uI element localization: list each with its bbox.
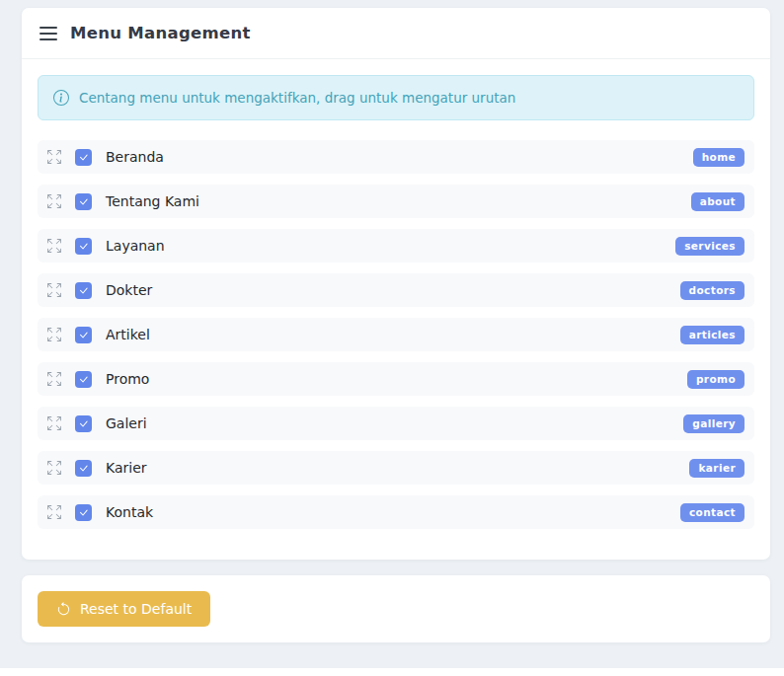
- check-icon: [78, 241, 89, 252]
- reset-button-label: Reset to Default: [80, 601, 192, 617]
- check-icon: [78, 507, 89, 518]
- menu-row-promo: Promo promo: [38, 362, 754, 396]
- check-icon: [78, 330, 89, 340]
- menu-item-label: Galeri: [106, 415, 147, 431]
- drag-handle-icon[interactable]: [47, 461, 61, 475]
- check-icon: [78, 463, 89, 474]
- menu-item-label: Dokter: [106, 282, 152, 298]
- menu-row-beranda: Beranda home: [38, 140, 754, 174]
- menu-item-slug-badge: promo: [687, 370, 745, 389]
- drag-handle-icon[interactable]: [47, 372, 61, 386]
- menu-item-label: Artikel: [106, 327, 150, 342]
- check-icon: [78, 418, 89, 429]
- menu-row-kontak: Kontak contact: [38, 495, 754, 529]
- menu-row-karier: Karier karier: [38, 451, 754, 485]
- info-circle-icon: [53, 90, 69, 106]
- menu-item-label: Karier: [106, 460, 147, 476]
- info-alert-text: Centang menu untuk mengaktifkan, drag un…: [79, 90, 515, 106]
- info-alert: Centang menu untuk mengaktifkan, drag un…: [38, 75, 754, 120]
- drag-handle-icon[interactable]: [47, 505, 61, 519]
- check-icon: [78, 374, 89, 385]
- menu-row-layanan: Layanan services: [38, 229, 754, 263]
- menu-item-label: Tentang Kami: [106, 193, 199, 209]
- drag-handle-icon[interactable]: [47, 239, 61, 253]
- actions-card: Reset to Default: [22, 575, 770, 642]
- menu-item-slug-badge: gallery: [683, 414, 745, 433]
- menu-management-card: Menu Management Centang menu untuk menga…: [22, 8, 770, 560]
- menu-item-checkbox[interactable]: [75, 460, 92, 477]
- menu-item-checkbox[interactable]: [75, 371, 92, 388]
- check-icon: [78, 196, 89, 207]
- page-title: Menu Management: [70, 24, 251, 42]
- menu-row-tentang-kami: Tentang Kami about: [38, 185, 754, 218]
- menu-item-slug-badge: home: [693, 148, 745, 167]
- menu-item-checkbox[interactable]: [75, 282, 92, 299]
- menu-row-dokter: Dokter doctors: [38, 273, 754, 307]
- menu-item-slug-badge: doctors: [680, 281, 745, 300]
- menu-item-slug-badge: karier: [689, 459, 745, 478]
- page-background: Menu Management Centang menu untuk menga…: [0, 0, 784, 668]
- menu-item-label: Layanan: [106, 238, 165, 254]
- check-icon: [78, 152, 89, 163]
- card-header: Menu Management: [22, 8, 770, 59]
- reset-to-default-button[interactable]: Reset to Default: [38, 591, 210, 627]
- drag-handle-icon[interactable]: [47, 416, 61, 430]
- menu-item-label: Kontak: [106, 504, 153, 520]
- menu-row-artikel: Artikel articles: [38, 318, 754, 351]
- menu-item-checkbox[interactable]: [75, 327, 92, 343]
- arrow-counterclockwise-icon: [56, 602, 71, 617]
- menu-item-slug-badge: contact: [680, 503, 745, 522]
- check-icon: [78, 285, 89, 296]
- drag-handle-icon[interactable]: [47, 150, 61, 164]
- drag-handle-icon[interactable]: [47, 194, 61, 208]
- card-body: Centang menu untuk mengaktifkan, drag un…: [22, 59, 770, 560]
- menu-item-slug-badge: articles: [680, 326, 745, 344]
- menu-item-checkbox[interactable]: [75, 415, 92, 432]
- menu-item-checkbox[interactable]: [75, 504, 92, 521]
- menu-list: Beranda home Tentang Kami about: [38, 140, 754, 529]
- drag-handle-icon[interactable]: [47, 328, 61, 341]
- menu-item-checkbox[interactable]: [75, 149, 92, 166]
- menu-item-slug-badge: about: [691, 192, 745, 211]
- hamburger-menu-icon: [39, 27, 57, 40]
- menu-item-checkbox[interactable]: [75, 238, 92, 255]
- menu-item-label: Promo: [106, 371, 149, 387]
- bottom-strip: [0, 668, 784, 676]
- drag-handle-icon[interactable]: [47, 283, 61, 297]
- menu-item-slug-badge: services: [675, 237, 745, 256]
- menu-row-galeri: Galeri gallery: [38, 407, 754, 440]
- menu-item-checkbox[interactable]: [75, 193, 92, 210]
- menu-item-label: Beranda: [106, 149, 164, 165]
